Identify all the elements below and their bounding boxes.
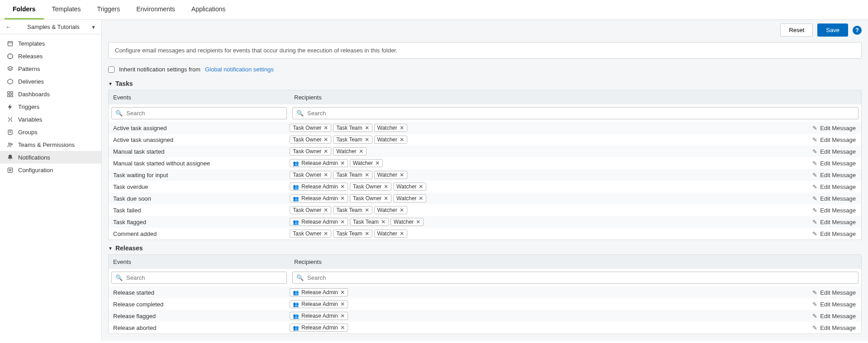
- recipients-search[interactable]: 🔍: [292, 272, 858, 284]
- recipient-tag[interactable]: Watcher✕: [374, 136, 407, 144]
- recipient-tag[interactable]: 👥Release Admin✕: [290, 183, 348, 191]
- recipients-cell[interactable]: Task Owner✕Task Team✕Watcher✕: [290, 205, 812, 215]
- recipient-tag[interactable]: Task Team✕: [333, 136, 372, 144]
- recipient-tag[interactable]: Watcher✕: [374, 124, 407, 132]
- edit-message-button[interactable]: ✎Edit Message: [812, 183, 858, 190]
- remove-tag-icon[interactable]: ✕: [375, 160, 380, 166]
- remove-tag-icon[interactable]: ✕: [324, 136, 328, 143]
- recipients-cell[interactable]: Task Owner✕Task Team✕Watcher✕: [290, 229, 812, 239]
- recipients-cell[interactable]: 👥Release Admin✕Task Owner✕Watcher✕: [290, 193, 812, 203]
- recipients-search-input[interactable]: [305, 273, 854, 282]
- remove-tag-icon[interactable]: ✕: [324, 207, 328, 213]
- recipient-tag[interactable]: Task Team✕: [333, 206, 372, 214]
- sidebar-item-teams-permissions[interactable]: Teams & Permissions: [0, 138, 101, 151]
- events-search-input[interactable]: [124, 273, 283, 282]
- remove-tag-icon[interactable]: ✕: [400, 172, 404, 178]
- recipient-tag[interactable]: Watcher✕: [374, 171, 407, 179]
- recipients-cell[interactable]: 👥Release Admin✕: [290, 323, 812, 333]
- help-icon[interactable]: ?: [853, 26, 862, 35]
- sidebar-item-dashboards[interactable]: Dashboards: [0, 88, 101, 100]
- edit-message-button[interactable]: ✎Edit Message: [812, 148, 858, 155]
- remove-tag-icon[interactable]: ✕: [416, 219, 420, 225]
- remove-tag-icon[interactable]: ✕: [324, 125, 328, 131]
- section-header-tasks[interactable]: ▼Tasks: [108, 80, 862, 87]
- remove-tag-icon[interactable]: ✕: [340, 183, 345, 190]
- recipients-cell[interactable]: 👥Release Admin✕: [290, 299, 812, 309]
- sidebar-item-deliveries[interactable]: Deliveries: [0, 75, 101, 88]
- remove-tag-icon[interactable]: ✕: [340, 301, 345, 307]
- recipients-cell[interactable]: Task Owner✕Task Team✕Watcher✕: [290, 123, 812, 133]
- top-tab-applications[interactable]: Applications: [183, 0, 234, 19]
- recipients-search[interactable]: 🔍: [292, 107, 858, 119]
- sidebar-item-configuration[interactable]: Configuration: [0, 164, 101, 176]
- edit-message-button[interactable]: ✎Edit Message: [812, 125, 858, 132]
- recipient-tag[interactable]: Watcher✕: [393, 183, 426, 191]
- remove-tag-icon[interactable]: ✕: [400, 136, 404, 143]
- recipient-tag[interactable]: Task Owner✕: [290, 147, 331, 155]
- remove-tag-icon[interactable]: ✕: [400, 230, 404, 237]
- events-search[interactable]: 🔍: [111, 272, 287, 284]
- edit-message-button[interactable]: ✎Edit Message: [812, 160, 858, 167]
- edit-message-button[interactable]: ✎Edit Message: [812, 230, 858, 237]
- recipient-tag[interactable]: Watcher✕: [333, 147, 366, 155]
- recipients-cell[interactable]: Task Owner✕Watcher✕: [290, 146, 812, 156]
- recipient-tag[interactable]: Watcher✕: [391, 218, 424, 226]
- recipient-tag[interactable]: 👥Release Admin✕: [290, 312, 348, 320]
- recipient-tag[interactable]: Watcher✕: [374, 230, 407, 238]
- remove-tag-icon[interactable]: ✕: [340, 324, 345, 331]
- remove-tag-icon[interactable]: ✕: [359, 148, 363, 155]
- recipient-tag[interactable]: Task Owner✕: [290, 171, 331, 179]
- remove-tag-icon[interactable]: ✕: [340, 289, 345, 296]
- back-arrow-icon[interactable]: ←: [5, 23, 11, 30]
- sidebar-item-triggers[interactable]: Triggers: [0, 100, 101, 113]
- edit-message-button[interactable]: ✎Edit Message: [812, 324, 858, 331]
- remove-tag-icon[interactable]: ✕: [365, 172, 369, 178]
- remove-tag-icon[interactable]: ✕: [381, 219, 386, 225]
- recipient-tag[interactable]: Task Owner✕: [290, 230, 331, 238]
- edit-message-button[interactable]: ✎Edit Message: [812, 195, 858, 202]
- remove-tag-icon[interactable]: ✕: [400, 207, 404, 213]
- remove-tag-icon[interactable]: ✕: [324, 230, 328, 237]
- recipient-tag[interactable]: Task Owner✕: [290, 136, 331, 144]
- remove-tag-icon[interactable]: ✕: [340, 313, 345, 319]
- recipients-cell[interactable]: Task Owner✕Task Team✕Watcher✕: [290, 135, 812, 145]
- remove-tag-icon[interactable]: ✕: [340, 160, 345, 166]
- recipient-tag[interactable]: 👥Release Admin✕: [290, 159, 348, 167]
- recipient-tag[interactable]: Task Owner✕: [350, 194, 391, 202]
- recipient-tag[interactable]: Task Owner✕: [350, 183, 391, 191]
- remove-tag-icon[interactable]: ✕: [400, 125, 404, 131]
- top-tab-environments[interactable]: Environments: [128, 0, 183, 19]
- remove-tag-icon[interactable]: ✕: [384, 195, 388, 202]
- recipient-tag[interactable]: Watcher✕: [350, 159, 383, 167]
- edit-message-button[interactable]: ✎Edit Message: [812, 289, 858, 296]
- sidebar-item-groups[interactable]: Groups: [0, 126, 101, 138]
- recipients-search-input[interactable]: [305, 109, 854, 117]
- events-search-input[interactable]: [124, 109, 283, 117]
- events-search[interactable]: 🔍: [111, 107, 287, 119]
- top-tab-folders[interactable]: Folders: [5, 0, 44, 19]
- recipient-tag[interactable]: 👥Release Admin✕: [290, 288, 348, 296]
- save-button[interactable]: Save: [817, 23, 848, 37]
- edit-message-button[interactable]: ✎Edit Message: [812, 207, 858, 214]
- recipient-tag[interactable]: Task Team✕: [333, 124, 372, 132]
- recipient-tag[interactable]: 👥Release Admin✕: [290, 324, 348, 332]
- remove-tag-icon[interactable]: ✕: [340, 195, 345, 202]
- recipient-tag[interactable]: Task Owner✕: [290, 206, 331, 214]
- recipient-tag[interactable]: Watcher✕: [393, 194, 426, 202]
- section-header-releases[interactable]: ▼Releases: [108, 244, 862, 252]
- recipients-cell[interactable]: 👥Release Admin✕Task Team✕Watcher✕: [290, 217, 812, 227]
- recipient-tag[interactable]: Task Team✕: [333, 230, 372, 238]
- edit-message-button[interactable]: ✎Edit Message: [812, 136, 858, 143]
- sidebar-item-variables[interactable]: Variables: [0, 113, 101, 126]
- remove-tag-icon[interactable]: ✕: [365, 230, 369, 237]
- recipients-cell[interactable]: 👥Release Admin✕: [290, 287, 812, 297]
- recipient-tag[interactable]: Task Owner✕: [290, 124, 331, 132]
- recipients-cell[interactable]: 👥Release Admin✕Watcher✕: [290, 158, 812, 168]
- remove-tag-icon[interactable]: ✕: [365, 136, 369, 143]
- recipient-tag[interactable]: Watcher✕: [374, 206, 407, 214]
- sidebar-item-patterns[interactable]: Patterns: [0, 62, 101, 75]
- remove-tag-icon[interactable]: ✕: [419, 195, 423, 202]
- remove-tag-icon[interactable]: ✕: [324, 172, 328, 178]
- sidebar-item-templates[interactable]: Templates: [0, 37, 101, 50]
- recipient-tag[interactable]: 👥Release Admin✕: [290, 300, 348, 308]
